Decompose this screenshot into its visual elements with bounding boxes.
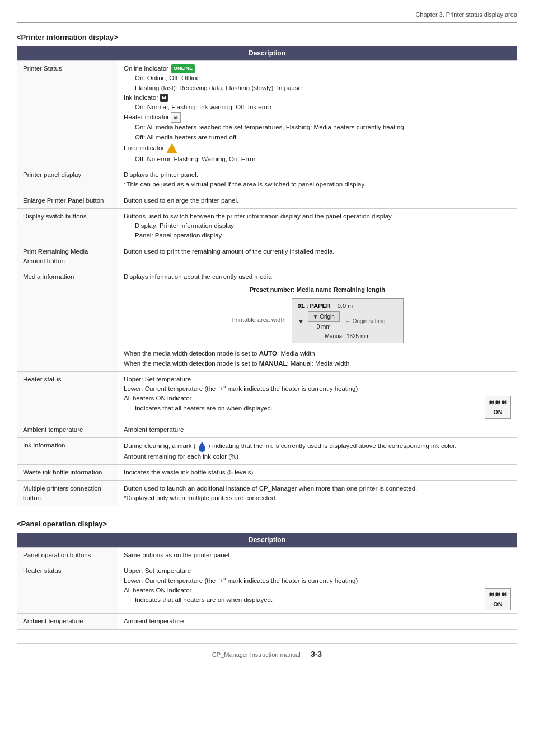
on-label: ON xyxy=(493,408,503,417)
printable-area-label: Printable area width xyxy=(231,315,285,325)
sss-icon-2: ≋≋≋ xyxy=(489,590,507,600)
heater-status-box: ≋≋≋ ON xyxy=(485,396,511,419)
origin-setting-label: ← Origin setting xyxy=(345,317,386,325)
panel-operation-section-title: <Panel operation display> xyxy=(17,520,517,528)
preset-label: Preset number: Media name Remaining leng… xyxy=(250,285,385,295)
heater-indicator-line: Heater indicator ≋ xyxy=(124,112,511,123)
error-icon xyxy=(166,142,178,155)
row-label-heater-status-1: Heater status xyxy=(17,371,118,422)
table-row: Heater status Upper: Set temperature Low… xyxy=(17,563,517,614)
sss-icon: ≋≋≋ xyxy=(489,398,507,408)
panel-operation-header: Description xyxy=(17,533,517,548)
ink-indicator-line: Ink indicator M xyxy=(124,93,511,102)
media-diagram-box: 01 : PAPER 0.0 m ▼ ▼ Origin 0 mm ← xyxy=(292,298,404,344)
online-indicator-line: Online indicator ONLINE xyxy=(124,64,511,73)
row-desc-panel-op-buttons: Same buttons as on the printer panel xyxy=(118,548,517,563)
online-badge: ONLINE xyxy=(171,64,195,73)
heater-icon: ≋ xyxy=(171,112,181,123)
footer-page: 3-3 xyxy=(311,650,322,659)
table-row: Ambient temperature Ambient temperature xyxy=(17,614,517,629)
printer-info-table: Description Printer Status Online indica… xyxy=(17,46,517,506)
row-label-heater-status-2: Heater status xyxy=(17,563,118,614)
table-row: Heater status Upper: Set temperature Low… xyxy=(17,371,517,422)
row-desc-heater-status-2: Upper: Set temperature Lower: Current te… xyxy=(118,563,517,614)
row-desc-enlarge-button: Button used to enlarge the printer panel… xyxy=(118,193,517,208)
table-row: Waste ink bottle information Indicates t… xyxy=(17,465,517,480)
row-label-multi-printer: Multiple printers connectionbutton xyxy=(17,480,118,506)
row-label-panel-op-buttons: Panel operation buttons xyxy=(17,548,118,563)
row-label-ambient-temp: Ambient temperature xyxy=(17,422,118,437)
panel-operation-table: Description Panel operation buttons Same… xyxy=(17,533,517,630)
row-label-printer-status: Printer Status xyxy=(17,61,118,167)
heater-desc-1: On: All media heaters reached the set te… xyxy=(124,123,511,132)
table-row: Printer Status Online indicator ONLINE O… xyxy=(17,61,517,167)
remaining-label: 0.0 m xyxy=(338,301,353,311)
row-label-print-remaining: Print Remaining MediaAmount button xyxy=(17,244,118,269)
printer-info-header: Description xyxy=(17,46,517,61)
row-desc-printer-status: Online indicator ONLINE On: Online, Off:… xyxy=(118,61,517,167)
table-row: Display switch buttons Buttons used to s… xyxy=(17,208,517,244)
row-label-media-info: Media information xyxy=(17,269,118,372)
row-label-printer-panel-display: Printer panel display xyxy=(17,167,118,193)
chapter-title: Chapter 3. Printer status display area xyxy=(415,11,517,18)
row-desc-print-remaining: Button used to print the remaining amoun… xyxy=(118,244,517,269)
row-desc-printer-panel-display: Displays the printer panel. *This can be… xyxy=(118,167,517,193)
error-desc-1: Off: No error, Flashing: Warning, On: Er… xyxy=(124,155,511,164)
drop-svg-icon xyxy=(198,441,207,452)
ink-icon: M xyxy=(160,94,168,102)
row-label-waste-ink: Waste ink bottle information xyxy=(17,465,118,480)
footer-manual-text: CP_Manager Instruction manual xyxy=(212,651,301,658)
row-desc-panel-ambient-temp: Ambient temperature xyxy=(118,614,517,629)
table-row: Printer panel display Displays the print… xyxy=(17,167,517,193)
row-label-display-switch: Display switch buttons xyxy=(17,208,118,244)
media-diagram-wrap: Preset number: Media name Remaining leng… xyxy=(124,285,511,346)
printer-info-section-title: <Printer information display> xyxy=(17,33,517,41)
ink-desc-1: On: Normal, Flashing: Ink warning, Off: … xyxy=(124,102,511,112)
online-desc-1: On: Online, Off: Offline xyxy=(124,73,511,83)
heater-status-box-2: ≋≋≋ ON xyxy=(485,588,511,611)
row-desc-ambient-temp: Ambient temperature xyxy=(118,422,517,437)
online-desc-2: Flashing (fast): Receiving data, Flashin… xyxy=(124,83,511,93)
table-row: Ambient temperature Ambient temperature xyxy=(17,422,517,437)
row-label-panel-ambient-temp: Ambient temperature xyxy=(17,614,118,629)
table-row: Panel operation buttons Same buttons as … xyxy=(17,548,517,563)
row-desc-media-info: Displays information about the currently… xyxy=(118,269,517,372)
table-row: Print Remaining MediaAmount button Butto… xyxy=(17,244,517,269)
row-desc-waste-ink: Indicates the waste ink bottle status (5… xyxy=(118,465,517,480)
row-desc-multi-printer: Button used to launch an additional inst… xyxy=(118,480,517,506)
footer: CP_Manager Instruction manual 3-3 xyxy=(17,643,517,659)
table-row: Media information Displays information a… xyxy=(17,269,517,372)
on-label-2: ON xyxy=(493,600,503,609)
down-arrow-icon: ▼ xyxy=(298,316,305,326)
error-indicator-line: Error indicator xyxy=(124,142,511,155)
page-header: Chapter 3. Printer status display area xyxy=(17,11,517,23)
row-desc-ink-info: During cleaning, a mark ( ) indicating t… xyxy=(118,438,517,465)
heater-desc-2: Off: All media heaters are turned off xyxy=(124,133,511,142)
row-label-enlarge-button: Enlarge Printer Panel button xyxy=(17,193,118,208)
row-desc-heater-status-1: Upper: Set temperature Lower: Current te… xyxy=(118,371,517,422)
mm-label: 0 mm xyxy=(317,323,331,331)
row-desc-display-switch: Buttons used to switch between the print… xyxy=(118,208,517,244)
paper-label: 01 : PAPER xyxy=(298,301,331,311)
origin-box: ▼ Origin xyxy=(308,311,340,322)
table-row: Enlarge Printer Panel button Button used… xyxy=(17,193,517,208)
table-row: Multiple printers connectionbutton Butto… xyxy=(17,480,517,506)
manual-label: Manual: 1625 mm xyxy=(298,332,397,340)
row-label-ink-info: Ink information xyxy=(17,438,118,465)
table-row: Ink information During cleaning, a mark … xyxy=(17,438,517,465)
